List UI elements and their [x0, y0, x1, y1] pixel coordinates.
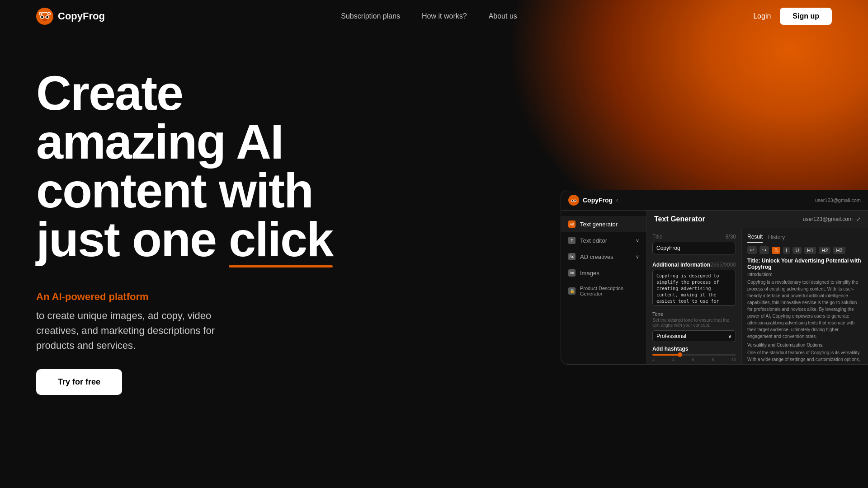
login-button[interactable]: Login — [753, 12, 771, 20]
app-brand-name: CopyFrog — [583, 197, 613, 204]
svg-point-12 — [575, 200, 576, 202]
sidebar-text-generator[interactable]: Aa Text generator — [561, 216, 646, 232]
svg-point-5 — [42, 19, 47, 21]
hero-title-line1: Create — [36, 69, 375, 117]
toolbar-h3[interactable]: H3 — [833, 247, 845, 254]
hero-subtitle-text: to create unique images, ad copy, video … — [36, 308, 226, 353]
additional-info-label: Additional information — [652, 262, 710, 268]
hero-subtitle-block: An AI-powered platform to create unique … — [36, 291, 226, 353]
svg-point-8 — [568, 195, 579, 206]
logo-text: CopyFrog — [58, 10, 105, 22]
svg-point-4 — [46, 16, 48, 19]
result-panel: Result History ↩ ↪ B I U H1 H2 H3 Title:… — [742, 228, 868, 364]
app-header-chevron: ‹ — [616, 197, 618, 203]
logo[interactable]: CopyFrog — [36, 8, 105, 25]
try-for-free-button[interactable]: Try for free — [36, 369, 122, 395]
title-label-text: Title — [652, 234, 662, 240]
text-editor-chevron: ∨ — [636, 238, 639, 244]
toolbar-h2[interactable]: H2 — [819, 247, 830, 254]
tone-value: Professional — [656, 333, 686, 339]
result-intro-text: Copyfrog is a revolutionary tool designe… — [747, 279, 863, 340]
hero-title-line3: content with just one click — [36, 166, 375, 264]
svg-point-6 — [39, 12, 42, 15]
sidebar-images[interactable]: Im Images — [561, 265, 646, 281]
text-generator-icon: Aa — [568, 221, 576, 228]
app-main: Text Generator user123@gmail.com ⤢ Title… — [647, 211, 868, 364]
hero-title: Create amazing AI content with just one … — [36, 69, 375, 264]
result-tabs: Result History — [747, 234, 863, 243]
app-header: CopyFrog ‹ user123@gmail.com — [561, 190, 868, 211]
toolbar-bold[interactable]: B — [772, 247, 780, 254]
hashtag-slider-thumb — [678, 352, 682, 357]
app-user-email: user123@gmail.com — [815, 197, 861, 203]
app-main-title: Text Generator — [654, 215, 705, 223]
additional-info-title: Additional information 2665/9000 — [652, 262, 736, 268]
hashtag-numbers: 4 4 6 8 10 — [652, 357, 736, 362]
product-desc-icon: 🔒 — [568, 287, 576, 295]
sidebar-ad-creatives-label: AD creatives — [580, 253, 613, 260]
ad-creatives-chevron: ∨ — [636, 254, 639, 260]
toolbar-undo[interactable]: ↩ — [747, 246, 757, 254]
result-intro-label: Introduction: — [747, 272, 863, 277]
sidebar-ad-creatives[interactable]: Ad AD creatives ∨ — [561, 249, 646, 265]
app-main-header: Text Generator user123@gmail.com ⤢ — [647, 211, 868, 228]
app-expand-icon[interactable]: ⤢ — [856, 216, 861, 222]
result-tab-result[interactable]: Result — [747, 234, 763, 243]
hero-subtitle-orange: An AI-powered platform — [36, 291, 226, 303]
title-field-label: Title 8/30 — [652, 234, 736, 240]
app-main-user-info: user123@gmail.com ⤢ — [803, 216, 861, 222]
text-editor-icon: T — [568, 237, 576, 244]
nav-subscription-plans[interactable]: Subscription plans — [341, 12, 400, 20]
form-panel: Title 8/30 Additional information 2665/9… — [647, 228, 742, 364]
hero-title-line2: amazing AI — [36, 117, 375, 166]
svg-point-7 — [48, 12, 51, 15]
app-sidebar: Aa Text generator T Text editor ∨ Ad AD … — [561, 211, 647, 364]
images-icon: Im — [568, 269, 576, 277]
nav-links: Subscription plans How it works? About u… — [341, 12, 517, 20]
app-body: Aa Text generator T Text editor ∨ Ad AD … — [561, 211, 868, 364]
title-input[interactable] — [652, 242, 736, 254]
navbar: CopyFrog Subscription plans How it works… — [0, 0, 868, 33]
result-title: Title: Unlock Your Advertising Potential… — [747, 258, 863, 270]
tone-chevron: ∨ — [728, 333, 732, 339]
toolbar-underline[interactable]: U — [793, 247, 802, 254]
signup-button[interactable]: Sign up — [780, 8, 832, 25]
toolbar-italic[interactable]: I — [783, 247, 790, 254]
result-versatility-label: Versatility and Customization Options: — [747, 343, 863, 347]
svg-point-11 — [572, 200, 573, 202]
hero-title-highlight: click — [229, 215, 333, 264]
toolbar-redo[interactable]: ↪ — [760, 246, 769, 254]
sidebar-product-desc[interactable]: 🔒 Product Description Generator — [561, 281, 646, 301]
hashtags-title: Add hashtags — [652, 346, 736, 352]
sidebar-images-label: Images — [580, 270, 599, 277]
ad-creatives-icon: Ad — [568, 253, 576, 260]
hashtag-slider[interactable] — [652, 354, 736, 356]
app-demo-screenshot: CopyFrog ‹ user123@gmail.com Aa Text gen… — [561, 190, 868, 365]
hero-content: Create amazing AI content with just one … — [36, 60, 375, 395]
toolbar-h1[interactable]: H1 — [804, 247, 816, 254]
app-header-left: CopyFrog ‹ — [568, 195, 618, 206]
sidebar-text-editor-label: Text editor — [580, 237, 607, 244]
sidebar-text-editor[interactable]: T Text editor ∨ — [561, 232, 646, 249]
tone-label: Tone — [652, 311, 736, 317]
svg-point-3 — [41, 16, 43, 19]
svg-point-0 — [36, 8, 53, 25]
sidebar-text-generator-label: Text generator — [580, 221, 618, 228]
app-logo-icon — [568, 195, 579, 206]
additional-info-textarea[interactable]: Copyfrog is designed to simplify the pro… — [652, 270, 736, 306]
nav-about-us[interactable]: About us — [489, 12, 517, 20]
additional-info-count: 2665/9000 — [710, 262, 736, 268]
app-main-user-email: user123@gmail.com — [803, 216, 853, 222]
tone-desc: Set the desired tone to ensure that the … — [652, 318, 736, 328]
app-main-body: Title 8/30 Additional information 2665/9… — [647, 228, 868, 364]
result-versatility-text: One of the standout features of Copyfrog… — [747, 349, 863, 364]
result-tab-history[interactable]: History — [768, 234, 785, 242]
nav-actions: Login Sign up — [753, 8, 832, 25]
hashtag-slider-fill — [652, 354, 682, 356]
nav-how-it-works[interactable]: How it works? — [422, 12, 467, 20]
title-count: 8/30 — [726, 234, 736, 240]
sidebar-product-desc-label: Product Description Generator — [580, 286, 639, 296]
result-toolbar: ↩ ↪ B I U H1 H2 H3 — [747, 246, 863, 254]
tone-select[interactable]: Professional ∨ — [652, 330, 736, 342]
logo-icon — [36, 8, 53, 25]
